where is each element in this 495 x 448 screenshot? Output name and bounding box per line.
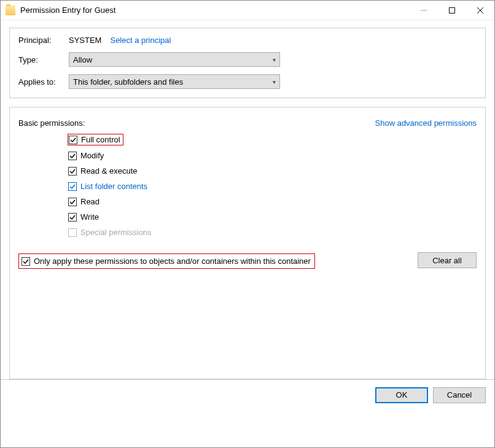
type-label: Type:	[18, 55, 69, 64]
permissions-list: Full controlModifyRead & executeList fol…	[68, 134, 477, 238]
close-button[interactable]	[466, 1, 494, 20]
check-icon	[69, 199, 76, 205]
applies-dropdown[interactable]: This folder, subfolders and files ▾	[69, 74, 280, 89]
permission-label: Write	[80, 212, 99, 222]
check-icon	[69, 183, 76, 190]
folder-icon	[6, 6, 15, 15]
permission-checkbox[interactable]	[69, 136, 77, 144]
permission-row: Special permissions	[68, 227, 154, 238]
permission-row: Write	[68, 212, 101, 222]
permission-row: Read & execute	[68, 166, 140, 176]
type-row: Type: Allow ▾	[18, 52, 477, 67]
minimize-icon	[421, 7, 427, 14]
titlebar: Permission Entry for Guest	[1, 1, 494, 20]
maximize-icon	[449, 7, 455, 14]
only-apply-checkbox[interactable]	[21, 257, 30, 266]
permissions-header: Basic permissions: Show advanced permiss…	[18, 118, 477, 128]
permission-checkbox[interactable]	[68, 152, 77, 160]
check-icon	[69, 153, 76, 159]
maximize-button[interactable]	[438, 1, 466, 20]
permission-checkbox[interactable]	[68, 198, 77, 206]
permissions-panel: Basic permissions: Show advanced permiss…	[9, 107, 486, 379]
permission-row: Read	[68, 196, 102, 207]
window-controls	[410, 1, 494, 20]
applies-row: Applies to: This folder, subfolders and …	[18, 74, 477, 89]
applies-value: This folder, subfolders and files	[73, 77, 183, 87]
window-title: Permission Entry for Guest	[20, 6, 410, 15]
only-apply-label: Only apply these permissions to objects …	[34, 257, 311, 266]
principal-value: SYSTEM	[69, 36, 101, 45]
permission-checkbox	[68, 228, 77, 237]
check-icon	[69, 168, 76, 174]
svg-rect-1	[450, 7, 455, 13]
permission-row: List folder contents	[68, 181, 150, 191]
footer: OK Cancel	[1, 379, 494, 410]
content-area: Principal: SYSTEM Select a principal Typ…	[1, 20, 494, 379]
only-apply-row: Only apply these permissions to objects …	[18, 253, 315, 269]
permission-label: Special permissions	[80, 228, 152, 237]
chevron-down-icon: ▾	[273, 79, 276, 85]
cancel-button[interactable]: Cancel	[433, 387, 486, 403]
type-dropdown[interactable]: Allow ▾	[69, 52, 280, 67]
permission-checkbox[interactable]	[68, 182, 77, 191]
basic-permissions-label: Basic permissions:	[18, 118, 85, 128]
ok-button[interactable]: OK	[375, 387, 428, 403]
permission-checkbox[interactable]	[68, 213, 77, 222]
check-icon	[23, 258, 29, 265]
close-icon	[477, 7, 483, 14]
permission-row: Modify	[68, 150, 106, 161]
minimize-button[interactable]	[410, 1, 438, 20]
chevron-down-icon: ▾	[273, 56, 276, 63]
permission-row: Full control	[68, 134, 123, 145]
type-value: Allow	[73, 55, 92, 64]
permission-label: Read & execute	[80, 166, 138, 176]
permission-label: Read	[80, 197, 99, 206]
principal-panel: Principal: SYSTEM Select a principal Typ…	[9, 28, 486, 98]
permission-label: Modify	[80, 151, 104, 160]
clear-all-button[interactable]: Clear all	[418, 252, 477, 268]
principal-row: Principal: SYSTEM Select a principal	[18, 36, 477, 45]
principal-label: Principal:	[18, 36, 69, 45]
check-icon	[70, 137, 76, 143]
show-advanced-link[interactable]: Show advanced permissions	[375, 118, 477, 128]
select-principal-link[interactable]: Select a principal	[110, 36, 171, 45]
applies-label: Applies to:	[18, 77, 69, 87]
permission-label: Full control	[81, 135, 120, 144]
permission-checkbox[interactable]	[68, 167, 77, 176]
check-icon	[69, 214, 76, 220]
permission-label: List folder contents	[80, 182, 147, 191]
